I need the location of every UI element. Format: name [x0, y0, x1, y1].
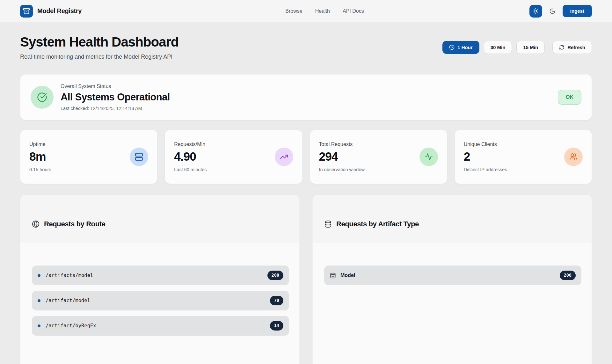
clock-icon	[449, 45, 455, 50]
brand[interactable]: Model Registry	[20, 5, 82, 18]
time-button-1-hour[interactable]: 1 Hour	[442, 41, 479, 54]
refresh-button[interactable]: Refresh	[552, 41, 592, 54]
panel-header: Requests by Route	[20, 195, 299, 243]
metric-subtext: In observation window	[319, 167, 365, 172]
metric-subtext: 0.15 hours	[29, 167, 51, 172]
nav-links: Browse Health API Docs	[285, 8, 364, 14]
panel-header: Requests by Artifact Type	[313, 195, 592, 243]
route-row: /artifact/byRegEx 14	[32, 316, 289, 336]
route-count-badge: 14	[270, 321, 283, 331]
status-last-checked: Last checked: 12/14/2025, 12:14:13 AM	[61, 106, 170, 111]
light-theme-button[interactable]	[529, 5, 542, 18]
metric-subtext: Last 60 minutes	[174, 167, 207, 172]
activity-icon	[425, 153, 433, 161]
metric-cards: Uptime 8m 0.15 hours Requests/Min 4.90 L…	[20, 130, 592, 184]
system-status-card: Overall System Status All Systems Operat…	[20, 74, 592, 120]
route-path: /artifacts/model	[46, 273, 93, 278]
nav-link-health[interactable]: Health	[315, 8, 330, 14]
artifact-type-row: Model 200	[324, 266, 581, 285]
status-text: Overall System Status All Systems Operat…	[61, 84, 170, 111]
metric-value: 2	[464, 150, 507, 164]
page-header-text: System Health Dashboard Real-time monito…	[20, 34, 179, 60]
check-circle-icon	[37, 92, 47, 102]
metric-subtext: Distinct IP addresses	[464, 167, 507, 172]
route-dot-icon	[38, 324, 40, 327]
artifact-count-badge: 200	[560, 271, 576, 280]
page-header: System Health Dashboard Real-time monito…	[20, 34, 592, 60]
route-path: /artifact/model	[46, 298, 90, 303]
route-count-badge: 200	[267, 271, 283, 280]
page-title: System Health Dashboard	[20, 34, 179, 50]
database-icon	[330, 273, 336, 279]
metric-icon-circle	[419, 148, 438, 166]
panel-body: Model 200	[313, 243, 592, 300]
dark-theme-button[interactable]	[547, 5, 558, 17]
app-logo	[20, 5, 33, 18]
metric-icon-circle	[564, 148, 583, 166]
time-button-30-min[interactable]: 30 Min	[484, 41, 512, 54]
route-count-badge: 78	[270, 296, 283, 305]
status-value: All Systems Operational	[61, 91, 170, 103]
refresh-icon	[559, 45, 565, 50]
brand-name: Model Registry	[37, 7, 82, 15]
globe-icon	[32, 220, 40, 228]
metric-icon-circle	[130, 148, 148, 166]
page-content: System Health Dashboard Real-time monito…	[0, 34, 612, 364]
panel-title: Requests by Route	[44, 220, 105, 228]
requests-by-artifact-type-panel: Requests by Artifact Type Model 200	[312, 195, 592, 364]
trending-up-icon	[280, 153, 288, 161]
nav-actions: Ingest	[529, 5, 592, 18]
users-icon	[569, 153, 578, 161]
top-navbar: Model Registry Browse Health API Docs In…	[0, 0, 612, 22]
metric-card-total-requests: Total Requests 294 In observation window	[310, 130, 447, 184]
metric-label: Total Requests	[319, 142, 365, 147]
archive-box-icon	[23, 8, 30, 15]
database-icon	[324, 220, 332, 228]
page-subtitle: Real-time monitoring and metrics for the…	[20, 54, 179, 60]
status-label: Overall System Status	[61, 84, 170, 89]
metric-card-unique-clients: Unique Clients 2 Distinct IP addresses	[455, 130, 592, 184]
requests-by-route-panel: Requests by Route /artifacts/model 200 /…	[20, 195, 300, 364]
moon-icon	[549, 8, 556, 14]
route-row: /artifacts/model 200	[32, 266, 289, 285]
metric-text: Unique Clients 2 Distinct IP addresses	[464, 142, 507, 172]
route-dot-icon	[38, 299, 40, 302]
metric-text: Requests/Min 4.90 Last 60 minutes	[174, 142, 207, 172]
metric-text: Uptime 8m 0.15 hours	[29, 142, 51, 172]
ingest-button[interactable]: Ingest	[563, 5, 592, 17]
nav-link-api-docs[interactable]: API Docs	[343, 8, 364, 14]
status-ok-badge: OK	[558, 90, 581, 105]
metric-value: 294	[319, 150, 365, 164]
metric-value: 8m	[29, 150, 51, 164]
server-icon	[135, 153, 143, 161]
metric-card-uptime: Uptime 8m 0.15 hours	[20, 130, 157, 184]
metric-card-requests-per-min: Requests/Min 4.90 Last 60 minutes	[165, 130, 302, 184]
nav-link-browse[interactable]: Browse	[285, 8, 302, 14]
time-button-15-min[interactable]: 15 Min	[516, 41, 545, 54]
metric-label: Unique Clients	[464, 142, 507, 147]
metric-icon-circle	[275, 148, 293, 166]
metric-label: Requests/Min	[174, 142, 207, 147]
time-range-controls: 1 Hour 30 Min 15 Min Refresh	[442, 41, 592, 54]
detail-panels: Requests by Route /artifacts/model 200 /…	[20, 195, 592, 364]
sun-icon	[533, 8, 539, 14]
time-button-label: 30 Min	[491, 45, 506, 50]
metric-value: 4.90	[174, 150, 207, 164]
route-row: /artifact/model 78	[32, 291, 289, 310]
metric-label: Uptime	[29, 142, 51, 147]
panel-title: Requests by Artifact Type	[336, 220, 419, 228]
panel-body: /artifacts/model 200 /artifact/model 78 …	[20, 243, 299, 351]
route-path: /artifact/byRegEx	[46, 323, 96, 329]
time-button-label: 1 Hour	[457, 45, 473, 50]
time-button-label: 15 Min	[523, 45, 538, 50]
route-dot-icon	[38, 274, 40, 277]
artifact-type-label: Model	[340, 273, 355, 278]
metric-text: Total Requests 294 In observation window	[319, 142, 365, 172]
refresh-button-label: Refresh	[567, 45, 585, 50]
status-icon-circle	[31, 86, 54, 109]
